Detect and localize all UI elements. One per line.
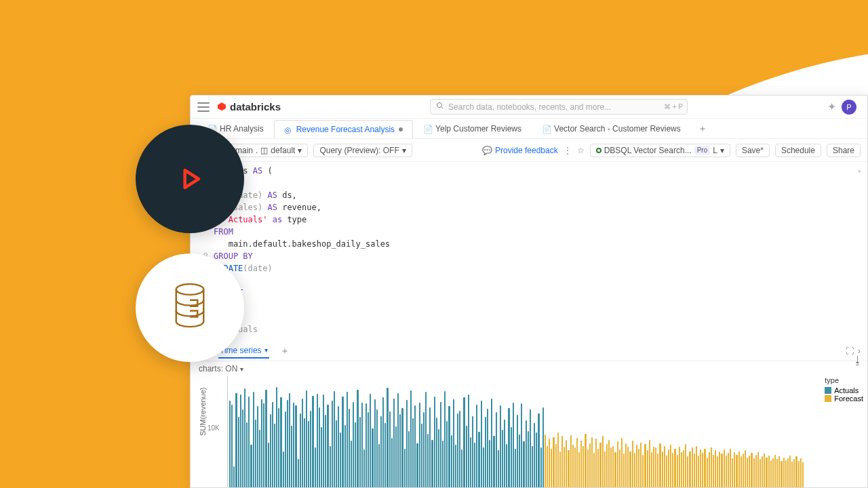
svg-line-2 <box>441 107 443 109</box>
search-input[interactable]: Search data, notebooks, recents, and mor… <box>430 99 688 115</box>
save-button[interactable]: Save* <box>736 144 770 157</box>
chart: SUM(revenue) 10K 0 Jan 01, 2024Feb 01, 2… <box>191 376 813 488</box>
svg-point-3 <box>176 284 204 295</box>
chart-options: charts: ON ▾ <box>191 361 867 376</box>
schedule-button[interactable]: Schedule <box>775 144 821 157</box>
chevron-down-icon: ▾ <box>264 346 268 354</box>
chevron-down-icon: ▾ <box>298 146 302 155</box>
download-icon[interactable]: ⭳ <box>852 354 863 367</box>
chevron-down-icon[interactable]: ▾ <box>240 365 243 373</box>
tab-revenue-forecast[interactable]: ◎ Revenue Forecast Analysis <box>274 120 413 138</box>
sparkle-icon[interactable]: ✦ <box>827 100 836 113</box>
search-placeholder: Search data, notebooks, recents, and mor… <box>448 102 611 112</box>
chevron-down-icon: ▾ <box>402 146 406 155</box>
share-button[interactable]: Share <box>827 144 861 157</box>
notebook-icon: 📄 <box>423 125 431 133</box>
notebook-icon: 📄 <box>542 125 550 133</box>
svg-point-1 <box>437 103 442 108</box>
tab-yelp-reviews[interactable]: 📄 Yelp Customer Reviews <box>413 119 532 138</box>
database-badge <box>136 253 244 362</box>
app-window: databricks Search data, notebooks, recen… <box>190 95 868 488</box>
search-icon <box>436 102 444 112</box>
unsaved-dot-icon <box>399 127 403 131</box>
chevron-down-icon: ▾ <box>720 146 724 155</box>
notebook-tabs: 📄 HR Analysis ◎ Revenue Forecast Analysi… <box>191 119 867 139</box>
play-icon <box>175 164 205 194</box>
legend-forecast[interactable]: Forecast <box>825 394 863 403</box>
search-shortcut: ⌘ + P <box>664 103 683 110</box>
star-icon[interactable]: ☆ <box>577 146 585 155</box>
y-axis-label: SUM(revenue) <box>199 387 207 436</box>
brand-name: databricks <box>230 101 281 113</box>
add-tab-button[interactable]: ＋ <box>691 120 714 138</box>
legend-actuals[interactable]: Actuals <box>825 386 863 394</box>
titlebar: databricks Search data, notebooks, recen… <box>191 96 867 119</box>
play-video-badge[interactable] <box>136 125 244 233</box>
sql-editor[interactable]: 8 9 10 11 actuals AS ( SELECT DATE(date)… <box>191 162 867 341</box>
menu-icon[interactable] <box>197 102 210 112</box>
editor-toolbar: ▾ ☰ main . ◫ default ▾ Query (Preview): … <box>191 139 867 162</box>
editor-sparkle-icon[interactable]: ✦ <box>857 165 862 177</box>
query-mode-toggle[interactable]: Query (Preview): OFF ▾ <box>313 144 412 157</box>
chat-icon: 💬 <box>482 146 492 155</box>
chart-plot-area[interactable]: 10K 0 <box>227 376 805 488</box>
provide-feedback-link[interactable]: 💬 Provide feedback <box>482 146 558 155</box>
schema-icon: ◫ <box>260 146 268 155</box>
cluster-selector[interactable]: DBSQL Vector Search... Pro L ▾ <box>590 144 730 157</box>
avatar[interactable]: P <box>842 100 856 115</box>
brand: databricks <box>216 101 281 113</box>
tab-vector-search[interactable]: 📄 Vector Search - Customer Reviews <box>532 119 691 138</box>
kebab-icon[interactable]: ⋮ <box>564 146 572 155</box>
chart-legend: type Actuals Forecast <box>825 376 863 403</box>
results-tabs: s ▾ Time series ▾ ＋ ⛶ › <box>191 341 867 361</box>
add-visualization-button[interactable]: ＋ <box>277 345 292 357</box>
notebook-icon: ◎ <box>284 125 292 134</box>
status-icon <box>596 148 601 153</box>
databricks-logo-icon <box>216 102 227 113</box>
database-icon <box>171 283 209 332</box>
